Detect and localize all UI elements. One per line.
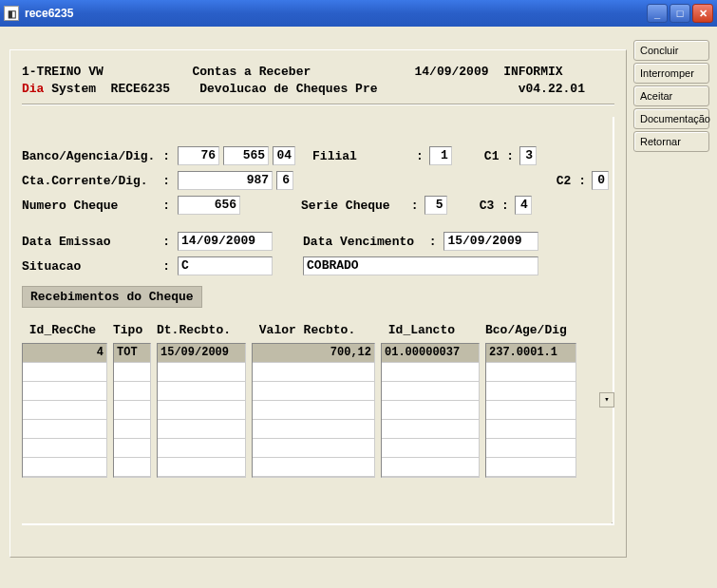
aceitar-button[interactable]: Aceitar [633, 85, 709, 106]
filial-field[interactable]: 1 [429, 146, 452, 165]
close-button[interactable]: ✕ [692, 4, 713, 23]
c3-field[interactable]: 4 [515, 196, 532, 215]
situacao-desc-field: COBRADO [303, 256, 538, 275]
table-row[interactable]: 700,12 [253, 344, 374, 363]
conta-field[interactable]: 987 [178, 171, 273, 190]
label-situacao: Situacao : [22, 259, 170, 274]
label-c3: C3 : [480, 199, 509, 213]
emissao-field[interactable]: 14/09/2009 [178, 232, 273, 251]
form-area: Banco/Agencia/Dig. : 76 565 04 Filial : … [22, 117, 614, 525]
numcheque-field[interactable]: 656 [178, 196, 240, 215]
col-idlan[interactable]: 01.00000037 [381, 343, 480, 478]
col-dtrec[interactable]: 15/09/2009 [157, 343, 246, 478]
label-numcheque: Numero Cheque : [22, 199, 170, 213]
col-bco[interactable]: 237.0001.1 [485, 343, 576, 478]
interromper-button[interactable]: Interromper [633, 63, 709, 84]
col-valor-header: Valor Recbto. [252, 323, 375, 337]
col-dtrec-header: Dt.Recbto. [157, 323, 246, 337]
sub-header: Recebimentos do Cheque [22, 286, 202, 308]
banco-field[interactable]: 76 [178, 146, 219, 165]
c2-field[interactable]: 0 [592, 171, 609, 190]
col-id-header: Id_RecChe [22, 323, 107, 337]
scroll-down-icon[interactable]: ▾ [599, 392, 614, 408]
label-c1: C1 : [484, 149, 514, 163]
table-row[interactable]: TOT [114, 344, 150, 363]
table-row[interactable]: 237.0001.1 [486, 344, 575, 363]
app-icon: ◧ [4, 6, 19, 21]
col-tipo-header: Tipo [113, 323, 151, 337]
label-banco: Banco/Agencia/Dig. : [22, 149, 170, 163]
window-title: rece6235 [25, 7, 73, 20]
minimize-button[interactable]: _ [647, 4, 668, 23]
action-sidebar: Concluir Interromper Aceitar Documentaçã… [633, 40, 709, 152]
agencia-field[interactable]: 565 [223, 146, 269, 165]
col-idlan-header: Id_Lancto [381, 323, 480, 337]
grid: Id_RecChe 4 Tipo TOT Dt.Recbto. [22, 323, 613, 478]
label-serie: Serie Cheque [301, 199, 390, 213]
header-line-1: 1-TREINO VW Contas a Receber 14/09/2009 … [22, 64, 614, 81]
col-tipo[interactable]: TOT [113, 343, 151, 478]
col-bco-header: Bco/Age/Dig [485, 323, 576, 337]
dig2-field[interactable]: 6 [276, 171, 293, 190]
serie-field[interactable]: 5 [425, 196, 447, 215]
header-line-2: Dia System RECE6235 Devolucao de Cheques… [22, 81, 614, 98]
c1-field[interactable]: 3 [519, 146, 537, 165]
maximize-button[interactable]: □ [670, 4, 690, 23]
concluir-button[interactable]: Concluir [633, 40, 709, 61]
situacao-code-field[interactable]: C [178, 256, 273, 275]
title-bar: ◧ rece6235 _ □ ✕ [0, 0, 717, 27]
documentacao-button[interactable]: Documentação [633, 108, 709, 129]
client-area: Concluir Interromper Aceitar Documentaçã… [0, 27, 717, 588]
venc-field[interactable]: 15/09/2009 [443, 232, 538, 251]
label-filial: Filial [312, 149, 357, 163]
table-row[interactable]: 15/09/2009 [158, 344, 245, 363]
main-panel: 1-TREINO VW Contas a Receber 14/09/2009 … [9, 49, 627, 558]
table-row[interactable]: 4 [23, 344, 106, 363]
label-c2: C2 : [557, 174, 586, 188]
table-row[interactable]: 01.00000037 [382, 344, 479, 363]
divider [22, 104, 614, 105]
col-id[interactable]: 4 [22, 343, 107, 478]
dig1-field[interactable]: 04 [273, 146, 295, 165]
label-venc: Data Vencimento : [303, 235, 436, 249]
retornar-button[interactable]: Retornar [633, 131, 709, 152]
label-cta: Cta.Corrente/Dig. : [22, 174, 170, 188]
label-emissao: Data Emissao : [22, 235, 170, 249]
col-valor[interactable]: 700,12 [252, 343, 375, 478]
